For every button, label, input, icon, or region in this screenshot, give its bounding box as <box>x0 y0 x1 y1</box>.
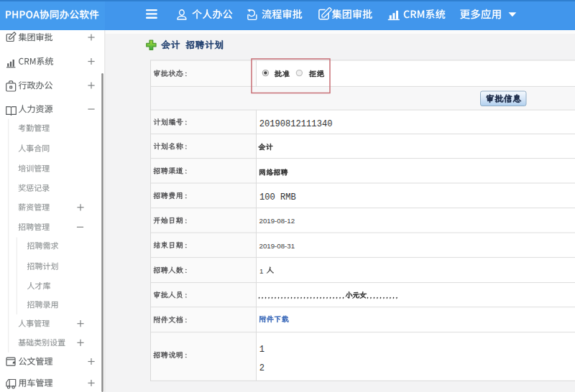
svg-text:1: 1 <box>259 345 264 355</box>
svg-text:2: 2 <box>259 363 264 373</box>
svg-text:2019-08-31: 2019-08-31 <box>259 242 295 250</box>
svg-text:1: 1 <box>259 267 263 275</box>
svg-text:2019-08-12: 2019-08-12 <box>259 217 295 225</box>
svg-text:20190812111340: 20190812111340 <box>259 119 333 129</box>
svg-text:100 RMB: 100 RMB <box>259 192 296 202</box>
